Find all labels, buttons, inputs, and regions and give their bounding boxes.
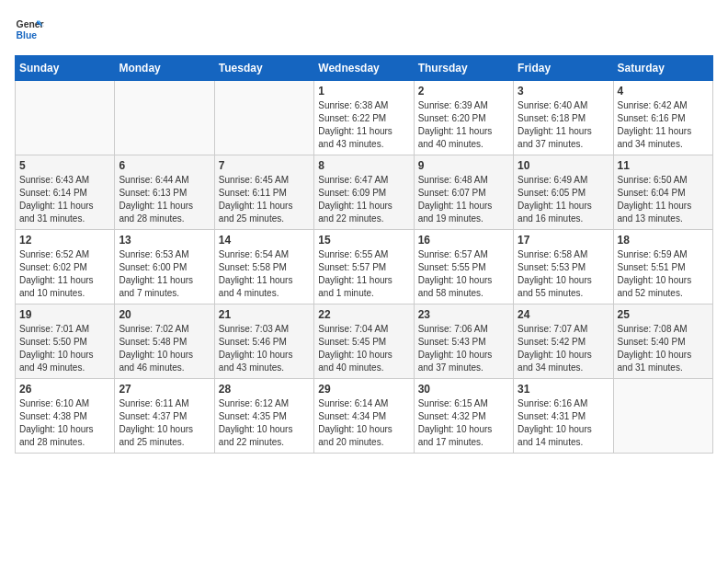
day-info: Sunrise: 6:49 AM Sunset: 6:05 PM Dayligh… [518,174,609,225]
calendar-cell [115,81,214,155]
day-info: Sunrise: 6:12 AM Sunset: 4:35 PM Dayligh… [219,397,310,449]
calendar-week-row: 1Sunrise: 6:38 AM Sunset: 6:22 PM Daylig… [16,81,713,155]
day-info: Sunrise: 6:10 AM Sunset: 4:38 PM Dayligh… [19,397,110,449]
calendar-header-row: SundayMondayTuesdayWednesdayThursdayFrid… [16,56,713,81]
day-number: 19 [19,308,110,321]
day-info: Sunrise: 6:53 AM Sunset: 6:00 PM Dayligh… [119,248,210,300]
day-number: 23 [418,308,509,321]
day-number: 10 [518,159,609,172]
day-number: 9 [418,159,509,172]
calendar-table: SundayMondayTuesdayWednesdayThursdayFrid… [15,55,713,454]
calendar-cell: 29Sunrise: 6:14 AM Sunset: 4:34 PM Dayli… [314,379,414,454]
calendar-cell [214,81,313,155]
day-info: Sunrise: 6:54 AM Sunset: 5:58 PM Dayligh… [219,248,310,300]
logo-icon: General Blue [15,15,44,44]
day-info: Sunrise: 6:47 AM Sunset: 6:09 PM Dayligh… [318,174,409,225]
day-number: 1 [318,85,409,98]
day-info: Sunrise: 7:02 AM Sunset: 5:48 PM Dayligh… [119,323,210,374]
day-info: Sunrise: 6:38 AM Sunset: 6:22 PM Dayligh… [318,99,409,151]
weekday-header: Monday [115,56,214,81]
calendar-cell: 12Sunrise: 6:52 AM Sunset: 6:02 PM Dayli… [16,230,115,304]
calendar-cell: 2Sunrise: 6:39 AM Sunset: 6:20 PM Daylig… [414,81,513,155]
calendar-week-row: 26Sunrise: 6:10 AM Sunset: 4:38 PM Dayli… [16,379,713,454]
calendar-week-row: 12Sunrise: 6:52 AM Sunset: 6:02 PM Dayli… [16,230,713,304]
day-info: Sunrise: 6:42 AM Sunset: 6:16 PM Dayligh… [618,99,709,151]
calendar-cell: 4Sunrise: 6:42 AM Sunset: 6:16 PM Daylig… [613,81,712,155]
page-header: General Blue [15,15,713,44]
day-number: 8 [318,159,409,172]
day-info: Sunrise: 6:40 AM Sunset: 6:18 PM Dayligh… [518,99,609,151]
calendar-cell: 28Sunrise: 6:12 AM Sunset: 4:35 PM Dayli… [214,379,313,454]
day-info: Sunrise: 6:44 AM Sunset: 6:13 PM Dayligh… [119,174,210,225]
calendar-cell: 23Sunrise: 7:06 AM Sunset: 5:43 PM Dayli… [414,304,513,379]
calendar-cell: 18Sunrise: 6:59 AM Sunset: 5:51 PM Dayli… [613,230,712,304]
day-info: Sunrise: 6:45 AM Sunset: 6:11 PM Dayligh… [219,174,310,225]
calendar-cell: 26Sunrise: 6:10 AM Sunset: 4:38 PM Dayli… [16,379,115,454]
day-info: Sunrise: 7:07 AM Sunset: 5:42 PM Dayligh… [518,323,609,374]
day-info: Sunrise: 6:50 AM Sunset: 6:04 PM Dayligh… [618,174,709,225]
weekday-header: Wednesday [314,56,414,81]
day-number: 15 [318,234,409,247]
calendar-cell: 16Sunrise: 6:57 AM Sunset: 5:55 PM Dayli… [414,230,513,304]
day-number: 24 [518,308,609,321]
weekday-header: Thursday [414,56,513,81]
calendar-cell: 7Sunrise: 6:45 AM Sunset: 6:11 PM Daylig… [214,155,313,230]
day-number: 18 [618,234,709,247]
calendar-cell [613,379,712,454]
day-number: 4 [618,85,709,98]
day-number: 3 [518,85,609,98]
day-number: 16 [418,234,509,247]
day-info: Sunrise: 6:55 AM Sunset: 5:57 PM Dayligh… [318,248,409,300]
calendar-cell: 13Sunrise: 6:53 AM Sunset: 6:00 PM Dayli… [115,230,214,304]
day-number: 21 [219,308,310,321]
calendar-cell: 22Sunrise: 7:04 AM Sunset: 5:45 PM Dayli… [314,304,414,379]
day-number: 22 [318,308,409,321]
calendar-week-row: 19Sunrise: 7:01 AM Sunset: 5:50 PM Dayli… [16,304,713,379]
weekday-header: Sunday [16,56,115,81]
calendar-cell: 25Sunrise: 7:08 AM Sunset: 5:40 PM Dayli… [613,304,712,379]
calendar-cell: 8Sunrise: 6:47 AM Sunset: 6:09 PM Daylig… [314,155,414,230]
calendar-cell [16,81,115,155]
day-number: 12 [19,234,110,247]
day-number: 29 [318,383,409,396]
day-info: Sunrise: 7:06 AM Sunset: 5:43 PM Dayligh… [418,323,509,374]
day-info: Sunrise: 7:03 AM Sunset: 5:46 PM Dayligh… [219,323,310,374]
day-info: Sunrise: 6:48 AM Sunset: 6:07 PM Dayligh… [418,174,509,225]
day-number: 7 [219,159,310,172]
calendar-cell: 21Sunrise: 7:03 AM Sunset: 5:46 PM Dayli… [214,304,313,379]
calendar-cell: 17Sunrise: 6:58 AM Sunset: 5:53 PM Dayli… [514,230,613,304]
day-info: Sunrise: 6:11 AM Sunset: 4:37 PM Dayligh… [119,397,210,449]
weekday-header: Friday [514,56,613,81]
calendar-cell: 10Sunrise: 6:49 AM Sunset: 6:05 PM Dayli… [514,155,613,230]
weekday-header: Tuesday [214,56,313,81]
calendar-cell: 20Sunrise: 7:02 AM Sunset: 5:48 PM Dayli… [115,304,214,379]
day-number: 14 [219,234,310,247]
day-info: Sunrise: 6:43 AM Sunset: 6:14 PM Dayligh… [19,174,110,225]
day-info: Sunrise: 6:14 AM Sunset: 4:34 PM Dayligh… [318,397,409,449]
day-info: Sunrise: 6:16 AM Sunset: 4:31 PM Dayligh… [518,397,609,449]
logo: General Blue [15,15,44,44]
day-number: 11 [618,159,709,172]
day-number: 26 [19,383,110,396]
calendar-cell: 19Sunrise: 7:01 AM Sunset: 5:50 PM Dayli… [16,304,115,379]
day-number: 13 [119,234,210,247]
day-info: Sunrise: 7:08 AM Sunset: 5:40 PM Dayligh… [618,323,709,374]
day-number: 5 [19,159,110,172]
calendar-cell: 3Sunrise: 6:40 AM Sunset: 6:18 PM Daylig… [514,81,613,155]
day-info: Sunrise: 7:04 AM Sunset: 5:45 PM Dayligh… [318,323,409,374]
day-number: 6 [119,159,210,172]
day-info: Sunrise: 6:58 AM Sunset: 5:53 PM Dayligh… [518,248,609,300]
calendar-cell: 11Sunrise: 6:50 AM Sunset: 6:04 PM Dayli… [613,155,712,230]
calendar-week-row: 5Sunrise: 6:43 AM Sunset: 6:14 PM Daylig… [16,155,713,230]
day-info: Sunrise: 6:15 AM Sunset: 4:32 PM Dayligh… [418,397,509,449]
calendar-cell: 9Sunrise: 6:48 AM Sunset: 6:07 PM Daylig… [414,155,513,230]
day-info: Sunrise: 7:01 AM Sunset: 5:50 PM Dayligh… [19,323,110,374]
weekday-header: Saturday [613,56,712,81]
day-number: 30 [418,383,509,396]
day-info: Sunrise: 6:59 AM Sunset: 5:51 PM Dayligh… [618,248,709,300]
svg-text:Blue: Blue [17,30,38,40]
day-info: Sunrise: 6:57 AM Sunset: 5:55 PM Dayligh… [418,248,509,300]
calendar-cell: 5Sunrise: 6:43 AM Sunset: 6:14 PM Daylig… [16,155,115,230]
day-number: 25 [618,308,709,321]
calendar-cell: 24Sunrise: 7:07 AM Sunset: 5:42 PM Dayli… [514,304,613,379]
